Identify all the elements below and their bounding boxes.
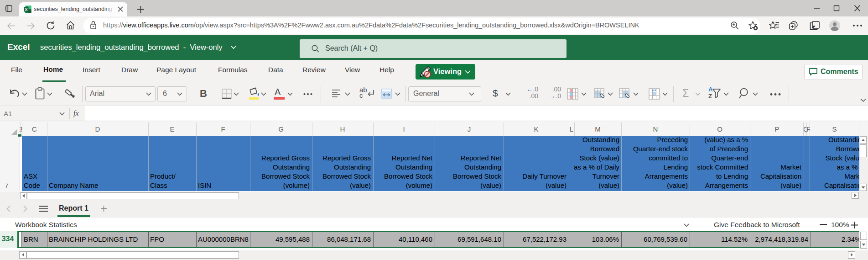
- svg-text:X: X: [25, 7, 28, 12]
- svg-text:e: e: [813, 23, 816, 30]
